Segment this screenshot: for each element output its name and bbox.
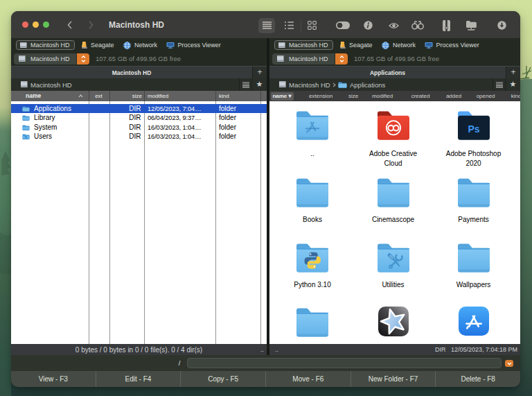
svg-text:Ps: Ps — [468, 123, 479, 135]
